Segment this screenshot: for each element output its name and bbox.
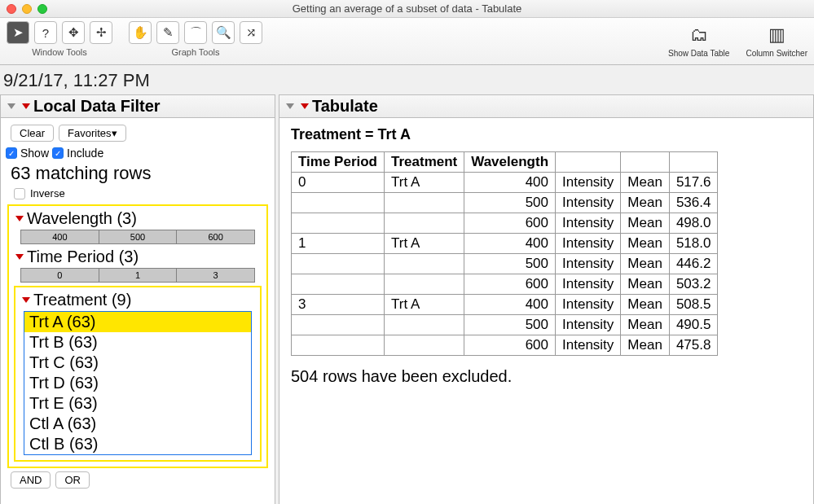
disclosure-icon[interactable] xyxy=(286,103,294,109)
arrow-tool-icon[interactable]: ➤ xyxy=(7,21,29,44)
show-checkbox[interactable]: ✓ xyxy=(6,147,17,159)
table-cell xyxy=(292,213,385,234)
table-row: 600IntensityMean503.2 xyxy=(292,274,718,295)
timeperiod-pill[interactable]: 1 xyxy=(99,268,178,283)
treatment-list: Trt A (63)Trt B (63)Trt C (63)Trt D (63)… xyxy=(24,311,252,455)
table-header xyxy=(621,152,670,173)
table-cell: Mean xyxy=(621,315,670,335)
minimize-icon[interactable] xyxy=(22,4,32,14)
tabulate-panel-header: Tabulate xyxy=(279,95,813,118)
favorites-button[interactable]: Favorites▾ xyxy=(59,125,125,142)
red-disclosure-icon[interactable] xyxy=(22,103,30,109)
table-row: 500IntensityMean446.2 xyxy=(292,254,718,274)
treatment-item[interactable]: Trt D (63) xyxy=(24,373,251,393)
zoom-icon[interactable] xyxy=(37,4,47,14)
timeperiod-pill[interactable]: 3 xyxy=(177,268,255,283)
table-cell: 490.5 xyxy=(669,315,718,335)
table-header xyxy=(556,152,621,173)
table-cell xyxy=(292,193,385,213)
table-cell xyxy=(385,213,464,234)
treatment-item[interactable]: Trt E (63) xyxy=(24,393,251,414)
wavelength-pill[interactable]: 400 xyxy=(20,230,99,244)
timeperiod-disclosure-icon[interactable] xyxy=(15,254,24,260)
window-tools-group: ➤ ? ✥ ✢ Window Tools xyxy=(7,21,112,57)
or-button[interactable]: OR xyxy=(55,471,90,489)
table-cell xyxy=(292,335,385,356)
show-label: Show xyxy=(20,147,49,160)
wavelength-disclosure-icon[interactable] xyxy=(15,216,24,221)
clear-button[interactable]: Clear xyxy=(11,125,54,142)
treatment-yellow-box: Treatment (9) Trt A (63)Trt B (63)Trt C … xyxy=(14,286,262,462)
matching-rows-text: 63 matching rows xyxy=(6,161,270,186)
treatment-item[interactable]: Ctl B (63) xyxy=(24,434,251,454)
include-label: Include xyxy=(67,147,103,160)
table-cell: Trt A xyxy=(385,295,464,315)
table-cell: Intensity xyxy=(556,274,621,295)
table-cell: Intensity xyxy=(556,173,621,193)
table-cell: Mean xyxy=(621,254,670,274)
window-controls xyxy=(7,4,47,14)
table-row: 600IntensityMean498.0 xyxy=(292,213,718,234)
grabber-tool-icon[interactable]: ✋ xyxy=(129,21,152,44)
table-cell: 536.4 xyxy=(669,193,718,213)
treatment-item[interactable]: Trt C (63) xyxy=(24,353,251,373)
lasso-tool-icon[interactable]: ⌒ xyxy=(184,21,207,44)
table-cell: 517.6 xyxy=(669,173,718,193)
treatment-item[interactable]: Ctl A (63) xyxy=(24,414,251,434)
table-cell: Intensity xyxy=(556,295,621,315)
table-cell xyxy=(385,274,464,295)
local-data-filter-panel: Local Data Filter Clear Favorites▾ ✓ Sho… xyxy=(0,94,275,504)
wavelength-pill[interactable]: 600 xyxy=(177,230,255,244)
table-cell: Trt A xyxy=(385,173,464,193)
disclosure-icon[interactable] xyxy=(7,103,15,109)
move-tool-icon[interactable]: ✥ xyxy=(62,21,85,44)
table-cell: 600 xyxy=(464,335,556,356)
treatment-item[interactable]: Trt A (63) xyxy=(24,312,251,332)
data-table-icon: 🗂 xyxy=(685,21,713,49)
zoom-tool-icon[interactable]: 🔍 xyxy=(212,21,235,44)
table-row: 0Trt A400IntensityMean517.6 xyxy=(292,173,718,193)
table-cell: Mean xyxy=(621,234,670,254)
table-cell xyxy=(385,254,464,274)
red-disclosure-icon[interactable] xyxy=(301,103,309,109)
include-checkbox[interactable]: ✓ xyxy=(52,147,64,159)
wavelength-pill[interactable]: 500 xyxy=(99,230,178,244)
table-cell: 600 xyxy=(464,213,556,234)
help-tool-icon[interactable]: ? xyxy=(34,21,57,44)
table-cell: 503.2 xyxy=(669,274,718,295)
brush-tool-icon[interactable]: ✎ xyxy=(156,21,179,44)
column-switcher-button[interactable]: ▥ Column Switcher xyxy=(746,21,807,58)
table-cell: Intensity xyxy=(556,335,621,356)
scroll-tool-icon[interactable]: ✢ xyxy=(90,21,112,44)
table-row: 500IntensityMean490.5 xyxy=(292,315,718,335)
table-row: 600IntensityMean475.8 xyxy=(292,335,718,356)
column-switcher-label: Column Switcher xyxy=(746,49,807,58)
treatment-label: Treatment (9) xyxy=(33,291,131,309)
inverse-checkbox[interactable] xyxy=(14,188,25,199)
table-cell xyxy=(385,193,464,213)
table-cell: 3 xyxy=(292,295,385,315)
table-cell: Mean xyxy=(621,335,670,356)
table-cell: Mean xyxy=(621,193,670,213)
table-header: Time Period xyxy=(292,152,385,173)
toolbar: ➤ ? ✥ ✢ Window Tools ✋ ✎ ⌒ 🔍 ⤮ Graph Too… xyxy=(0,18,814,65)
filters-yellow-box: Wavelength (3) 400500600 Time Period (3)… xyxy=(7,204,268,468)
table-cell: Intensity xyxy=(556,213,621,234)
show-data-table-button[interactable]: 🗂 Show Data Table xyxy=(668,21,729,58)
close-icon[interactable] xyxy=(7,4,16,14)
tabulate-title: Tabulate xyxy=(312,97,378,116)
table-cell: Intensity xyxy=(556,315,621,335)
table-cell xyxy=(292,274,385,295)
and-button[interactable]: AND xyxy=(11,471,51,489)
timestamp-label: 9/21/17, 11:27 PM xyxy=(0,65,814,94)
table-cell xyxy=(385,335,464,356)
wavelength-label: Wavelength (3) xyxy=(27,209,137,228)
crosshair-tool-icon[interactable]: ⤮ xyxy=(240,21,262,44)
timeperiod-pill[interactable]: 0 xyxy=(20,268,99,283)
table-cell: 500 xyxy=(464,254,556,274)
table-cell: Intensity xyxy=(556,234,621,254)
table-cell: 508.5 xyxy=(669,295,718,315)
treatment-disclosure-icon[interactable] xyxy=(22,297,30,303)
treatment-item[interactable]: Trt B (63) xyxy=(24,332,251,353)
graph-tools-label: Graph Tools xyxy=(171,47,219,57)
